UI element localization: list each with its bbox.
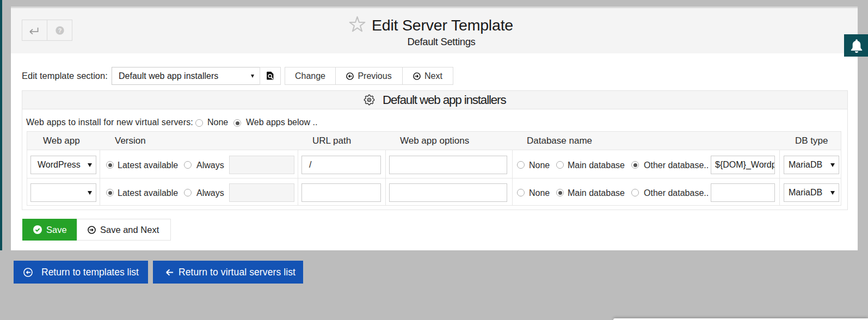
- svg-text:?: ?: [58, 27, 61, 33]
